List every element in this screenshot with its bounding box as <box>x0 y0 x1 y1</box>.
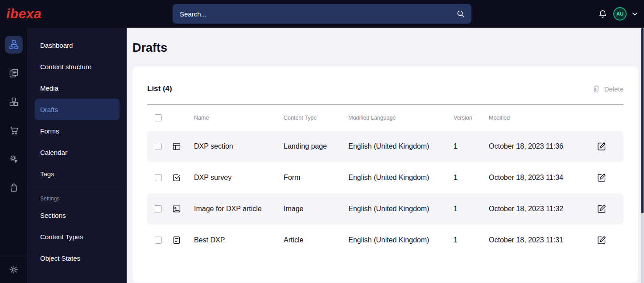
row-language: English (United Kingdom) <box>348 205 454 213</box>
delete-button[interactable]: Delete <box>592 85 623 93</box>
form-icon <box>172 173 181 182</box>
row-checkbox-cell <box>147 205 172 212</box>
row-name[interactable]: Image for DXP article <box>194 205 284 213</box>
row-checkbox[interactable] <box>155 143 162 150</box>
rail-item[interactable] <box>5 150 23 168</box>
app-window: ibexa AU <box>0 0 644 283</box>
row-checkbox-cell <box>147 143 172 150</box>
row-content-type: Image <box>284 205 348 213</box>
select-all-checkbox[interactable] <box>155 114 162 121</box>
ibexa-logo[interactable]: ibexa <box>0 6 41 21</box>
drafts-table: Name Content Type Modified Language Vers… <box>147 104 623 256</box>
sidebar-item-label: Drafts <box>40 106 58 113</box>
sidebar: Dashboard Content structure Media Drafts… <box>28 28 127 283</box>
sidebar-item[interactable]: Dashboard <box>35 34 120 56</box>
personalization-icon <box>9 154 19 164</box>
table-row[interactable]: Best DXP Article English (United Kingdom… <box>147 225 623 256</box>
table-row[interactable]: Image for DXP article Image English (Uni… <box>147 193 623 225</box>
sidebar-item[interactable]: Content Types <box>35 226 120 247</box>
rail-item[interactable] <box>5 93 23 111</box>
rail-bottom <box>0 257 27 283</box>
scrollbar-thumb[interactable] <box>641 28 644 213</box>
column-header: Version <box>454 115 489 121</box>
content-icon <box>9 68 19 78</box>
column-header: Modified <box>489 115 597 121</box>
sidebar-item-label: Forms <box>40 127 59 135</box>
sidebar-item[interactable]: Media <box>35 77 120 99</box>
article-icon <box>172 236 181 245</box>
sidebar-item-label: Tags <box>40 170 54 178</box>
list-title: List (4) <box>147 84 172 93</box>
topbar: ibexa AU <box>0 0 644 28</box>
row-name[interactable]: Best DXP <box>194 236 284 244</box>
topbar-actions: AU <box>598 7 644 21</box>
sitemap-icon <box>9 40 19 50</box>
page-title: Drafts <box>132 41 638 55</box>
sidebar-item[interactable]: Forms <box>35 120 120 142</box>
admin-settings-button[interactable] <box>5 261 23 279</box>
row-checkbox[interactable] <box>155 237 162 244</box>
global-search <box>173 4 471 24</box>
user-avatar[interactable]: AU <box>613 7 627 21</box>
table-header: Name Content Type Modified Language Vers… <box>147 104 623 131</box>
row-language: English (United Kingdom) <box>348 142 454 150</box>
caret-down-icon[interactable] <box>632 12 637 16</box>
row-version: 1 <box>454 205 489 213</box>
table-body: DXP section Landing page English (United… <box>147 131 623 256</box>
search-input[interactable] <box>173 4 471 24</box>
rail-item[interactable] <box>5 121 23 139</box>
settings-menu: Sections Content Types Object States <box>28 204 127 269</box>
vertical-scrollbar[interactable] <box>641 28 644 283</box>
header-checkbox-cell <box>147 114 172 121</box>
sidebar-item[interactable]: Sections <box>35 204 120 226</box>
gear-icon <box>9 265 19 275</box>
settings-section-heading: Settings <box>28 191 127 204</box>
landing-page-icon <box>172 142 181 151</box>
cart-icon <box>9 125 19 135</box>
sidebar-item[interactable]: Tags <box>35 163 120 184</box>
column-header: Content Type <box>284 115 348 121</box>
edit-icon <box>597 142 607 151</box>
sidebar-item[interactable]: Calendar <box>35 142 120 163</box>
row-version: 1 <box>454 174 489 182</box>
main-content: Drafts List (4) Delete <box>127 28 644 283</box>
row-language: English (United Kingdom) <box>348 236 454 244</box>
row-checkbox[interactable] <box>155 205 162 212</box>
trash-icon <box>592 85 600 93</box>
edit-button[interactable] <box>597 235 607 245</box>
product-catalog-icon <box>9 183 19 192</box>
row-version: 1 <box>454 142 489 150</box>
row-checkbox-cell <box>147 237 172 244</box>
row-name[interactable]: DXP section <box>194 142 284 150</box>
image-icon <box>172 204 181 213</box>
column-header: Name <box>194 115 284 121</box>
column-header: Modified Language <box>348 115 454 121</box>
row-version: 1 <box>454 236 489 244</box>
drafts-card: List (4) Delete Name <box>132 67 638 283</box>
bell-icon[interactable] <box>598 9 607 19</box>
row-modified: October 18, 2023 11:34 <box>489 174 597 182</box>
edit-icon <box>597 235 607 245</box>
sidebar-item-label: Object States <box>40 254 80 262</box>
row-checkbox[interactable] <box>155 174 162 181</box>
edit-icon <box>597 173 607 183</box>
settings-group: Settings Sections Content Types Object S… <box>28 189 127 269</box>
rail-item[interactable] <box>5 179 23 196</box>
sidebar-item[interactable]: Object States <box>35 247 120 269</box>
rail-item[interactable] <box>5 64 23 82</box>
table-row[interactable]: DXP survey Form English (United Kingdom)… <box>147 162 623 193</box>
rail-item[interactable] <box>5 36 23 54</box>
edit-button[interactable] <box>597 204 607 214</box>
delete-label: Delete <box>604 85 623 93</box>
icon-rail <box>0 28 28 283</box>
search-icon[interactable] <box>456 9 465 18</box>
sidebar-item[interactable]: Content structure <box>35 56 120 77</box>
sidebar-item-label: Calendar <box>40 149 67 156</box>
row-name[interactable]: DXP survey <box>194 174 284 182</box>
edit-button[interactable] <box>597 173 607 183</box>
table-row[interactable]: DXP section Landing page English (United… <box>147 131 623 162</box>
sidebar-item[interactable]: Drafts <box>35 99 120 120</box>
sidebar-item-label: Media <box>40 84 58 92</box>
rail-items <box>5 36 23 196</box>
edit-button[interactable] <box>597 142 607 151</box>
